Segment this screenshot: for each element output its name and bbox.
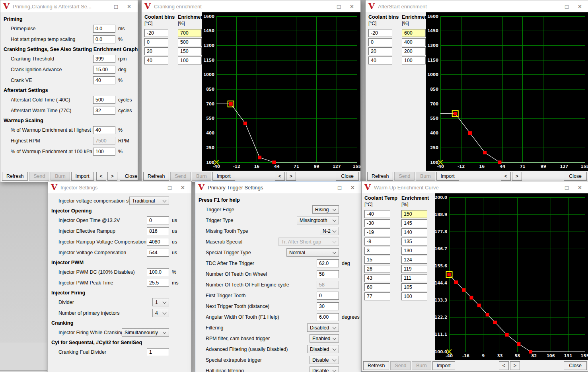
titlebar[interactable]: Warm-Up Enrichment Curve [362, 181, 588, 193]
coolant-bin-input[interactable]: 0 [144, 38, 168, 46]
angular-width-of-tooth-f1-help-input[interactable]: 6.00 [317, 313, 339, 321]
close-button[interactable] [346, 182, 359, 193]
enrichment-value-input[interactable]: 111 [401, 274, 427, 282]
enrichment-value-input[interactable]: 124 [401, 256, 427, 264]
coolant-bin-input[interactable]: -19 [364, 228, 390, 236]
maximize-button[interactable] [163, 182, 176, 193]
enrichment-value-input[interactable]: 600 [402, 29, 426, 37]
enrichment-value-input[interactable]: 100 [402, 56, 426, 64]
coolant-bin-input[interactable]: 20 [144, 47, 168, 55]
refresh-button[interactable]: Refresh [363, 361, 389, 370]
enrichment-value-input[interactable]: 150 [401, 210, 427, 218]
minimize-button[interactable] [547, 1, 560, 12]
close-button[interactable] [345, 1, 358, 12]
injector-pwm-dc-100-disables-input[interactable]: 100.0 [147, 268, 169, 276]
enrichment-value-input[interactable]: 100 [401, 292, 427, 300]
coolant-bin-input[interactable]: 77 [364, 292, 390, 300]
enrichment-value-input[interactable]: 105 [401, 283, 427, 291]
special-extrapulse-trigger-select[interactable]: Disable [310, 356, 339, 364]
titlebar[interactable]: Cranking enrichment [142, 0, 360, 12]
maximize-button[interactable] [333, 182, 346, 193]
crank-ve-input[interactable]: 40 [93, 76, 115, 84]
injector-open-time-13-2v-input[interactable]: 0 [147, 216, 169, 224]
coolant-bin-input[interactable]: 0 [368, 38, 392, 46]
refresh-button[interactable]: Refresh [2, 172, 28, 181]
special-trigger-type-select[interactable]: Normal [286, 248, 339, 257]
coolant-bin-input[interactable]: 40 [368, 56, 392, 64]
coolant-bin-input[interactable]: 20 [368, 47, 392, 55]
import-button[interactable]: Import [432, 361, 455, 370]
advanced-filtering-usually-disabled-select[interactable]: Disabled [307, 345, 339, 353]
injector-pwm-peak-time-input[interactable]: 25.5 [147, 279, 169, 287]
tdc-after-the-trigger-input[interactable]: 62.0 [317, 259, 339, 267]
enrichment-value-input[interactable]: 200 [402, 47, 426, 55]
minimize-button[interactable] [96, 1, 109, 12]
of-warmup-enrichment-at-100-kpa-input[interactable]: 100 [93, 148, 115, 156]
enrichment-value-input[interactable]: 119 [401, 265, 427, 273]
enrichment-value-input[interactable]: 100 [178, 56, 202, 64]
divider-select[interactable]: 1 [152, 298, 169, 306]
coolant-bin-input[interactable]: 15 [364, 256, 390, 264]
coolant-bin-input[interactable]: -20 [368, 29, 392, 37]
afterstart-cold-time-40c-input[interactable]: 500 [93, 96, 115, 104]
afterstart-warm-time-77c-input[interactable]: 32 [93, 107, 115, 115]
injector-rampup-voltage-compensation-input[interactable]: 4080 [147, 238, 169, 246]
first-trigger-tooth-input[interactable]: 0 [317, 292, 339, 300]
crank-ignition-advance-input[interactable]: 15.00 [93, 66, 115, 74]
primepulse-input[interactable]: 0.0 [93, 25, 115, 33]
import-button[interactable]: Import [71, 172, 94, 181]
trigger-type-select[interactable]: Missingtooth [297, 216, 339, 224]
enrichment-value-input[interactable]: 140 [401, 228, 427, 236]
cranking-fuel-divider-input[interactable]: 1 [147, 348, 169, 356]
prev-button[interactable]: < [499, 361, 509, 370]
close-button[interactable] [573, 1, 586, 12]
prev-button[interactable]: < [501, 172, 511, 181]
titlebar[interactable]: Priming,Cranking & Afterstart Se... [0, 0, 138, 12]
next-button[interactable]: > [286, 172, 296, 181]
coolant-bin-input[interactable]: -30 [364, 219, 390, 227]
hot-start-primep-temp-scaling-input[interactable]: 0.0 [93, 35, 115, 43]
injector-firing-while-cranking-select[interactable]: Simultaneously [122, 328, 169, 337]
enrichment-value-input[interactable]: 150 [178, 47, 202, 55]
refresh-button[interactable]: Refresh [143, 172, 169, 181]
enrichment-value-input[interactable]: 130 [401, 247, 427, 255]
maximize-button[interactable] [109, 1, 123, 12]
close-window-button[interactable]: Close [564, 361, 587, 370]
coolant-bin-input[interactable]: 40 [144, 56, 168, 64]
injector-voltage-compensation-input[interactable]: 544 [147, 249, 169, 257]
next-button[interactable]: > [510, 361, 520, 370]
next-button[interactable]: > [512, 172, 522, 181]
maximize-button[interactable] [560, 182, 573, 193]
enrichment-value-input[interactable]: 700 [178, 29, 202, 37]
enrichment-value-input[interactable]: 135 [401, 238, 427, 245]
coolant-bin-input[interactable]: -8 [364, 238, 390, 245]
prev-button[interactable]: < [275, 172, 285, 181]
refresh-button[interactable]: Refresh [367, 172, 393, 181]
injector-effective-rampup-input[interactable]: 816 [147, 227, 169, 235]
coolant-bin-input[interactable]: -40 [364, 210, 390, 218]
afterstart-enrichment-graph[interactable]: -40-121644719912715516001450130011501000… [426, 12, 588, 171]
close-window-button[interactable]: Close [120, 172, 138, 181]
rpm-filter-cam-based-trigger-select[interactable]: Enabled [310, 334, 339, 343]
maximize-button[interactable] [332, 1, 345, 12]
enrichment-value-input[interactable]: 500 [178, 38, 202, 46]
close-button[interactable] [123, 1, 136, 12]
close-window-button[interactable]: Close [564, 172, 587, 181]
of-warmup-enrichment-at-highest-rpm-input[interactable]: 40 [93, 126, 115, 134]
cranking-threshold-input[interactable]: 399 [93, 55, 115, 63]
hall-dirac-filtering-select[interactable]: Disable [310, 366, 339, 372]
titlebar[interactable]: Primary Trigger Settings [195, 181, 361, 193]
minimize-button[interactable] [547, 182, 560, 193]
prev-button[interactable]: < [96, 172, 106, 181]
import-button[interactable]: Import [212, 172, 235, 181]
titlebar[interactable]: AfterStart enrichment [366, 0, 588, 12]
close-button[interactable] [573, 182, 586, 193]
minimize-button[interactable] [320, 182, 333, 193]
enrichment-value-input[interactable]: 145 [401, 219, 427, 227]
trigger-edge-select[interactable]: Rising [312, 205, 339, 214]
missing-tooth-type-select[interactable]: N-2 [320, 227, 339, 235]
filtering-select[interactable]: Disabled [307, 323, 339, 332]
coolant-bin-input[interactable]: 60 [364, 283, 390, 291]
coolant-bin-input[interactable]: 26 [364, 265, 390, 273]
enrichment-value-input[interactable]: 400 [402, 38, 426, 46]
